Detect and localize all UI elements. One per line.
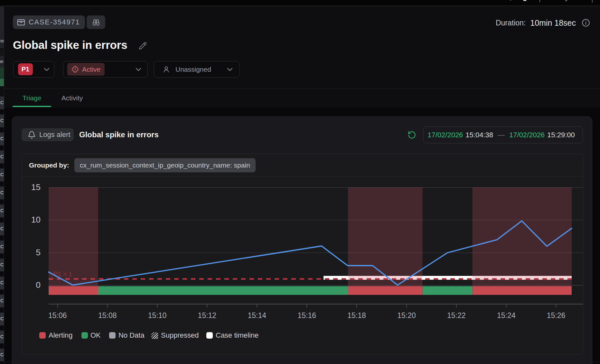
svg-text:15: 15 (31, 182, 41, 192)
svg-text:15:20: 15:20 (397, 311, 416, 320)
svg-text:15:06: 15:06 (48, 311, 67, 320)
svg-text:0: 0 (36, 280, 41, 290)
svg-text:15:22: 15:22 (447, 311, 466, 320)
svg-text:15:26: 15:26 (547, 311, 566, 320)
svg-text:15:24: 15:24 (497, 311, 516, 320)
svg-text:15:12: 15:12 (198, 311, 217, 320)
svg-text:15:14: 15:14 (248, 311, 267, 320)
svg-text:15:10: 15:10 (148, 311, 167, 320)
svg-text:15:08: 15:08 (98, 311, 117, 320)
svg-text:15:16: 15:16 (297, 311, 316, 320)
svg-text:15:18: 15:18 (347, 311, 366, 320)
svg-text:10: 10 (31, 215, 41, 224)
svg-text:5: 5 (36, 248, 41, 257)
